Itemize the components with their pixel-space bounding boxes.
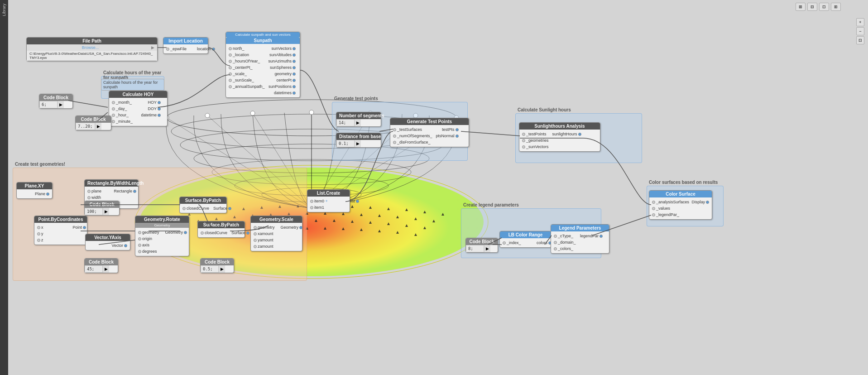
toolbar-btn-1[interactable]: ⊞ <box>796 3 806 11</box>
legendpar-out-port: legendPar <box>580 233 604 239</box>
code-block-1-node: Code Block 6; ▶ <box>39 94 73 109</box>
dis-surf-port: _disFromSurface_ <box>392 139 432 145</box>
svg-marker-23 <box>441 213 444 216</box>
sunpos-port: sunPositions <box>269 84 297 89</box>
ptsnormal-port: ptsNormal <box>436 133 460 139</box>
centerpt-port: _centerPt_ <box>228 65 265 70</box>
doy-out-port: DOY <box>148 106 162 111</box>
pbc-header: Point.ByCoordinates <box>34 216 87 223</box>
location-port: location <box>197 46 216 52</box>
code-block-100-value[interactable]: 100; <box>85 208 103 215</box>
annual-port: _annualSunpath_ <box>228 84 265 89</box>
svg-marker-57 <box>324 227 326 230</box>
zoom-in-btn[interactable]: + <box>856 18 864 26</box>
rect-plane-port: plane <box>86 188 110 194</box>
group-sunlight-label: Calculate Sunlight hours <box>518 107 571 112</box>
sunvec-port: sunVectors <box>272 46 297 51</box>
dist-base-arrow[interactable]: ▶ <box>355 140 361 147</box>
geometry-rotate-node: Geometry.Rotate Geometry geometry origin… <box>135 216 189 256</box>
hoy-label-text: Calculate hours of the year for sunpath <box>103 80 158 89</box>
browse-link[interactable]: Browse... <box>82 45 99 50</box>
scale-x-port: xamount <box>253 231 276 236</box>
num-seg-value[interactable]: 14; <box>336 119 355 126</box>
display-port: Display <box>691 199 710 205</box>
sbp2-header: Surface.ByPatch <box>198 221 245 228</box>
svg-marker-58 <box>342 227 345 230</box>
sunalt-port: sunAltitudes <box>269 52 297 58</box>
color-surface-header: Color Surface <box>649 191 712 197</box>
rot-out-port: Geometry <box>165 230 188 235</box>
code-block-45-value[interactable]: 45; <box>85 265 103 273</box>
library-tab[interactable]: Library <box>1 2 7 18</box>
svg-marker-48 <box>387 222 390 225</box>
code-block-2-value[interactable]: 7..20; <box>76 123 95 130</box>
lb-color-header: LB Color Range <box>500 231 551 238</box>
geo-scale-header: Geometry.Scale <box>251 216 302 223</box>
code-block-2-arrow[interactable]: ▶ <box>95 123 101 130</box>
canvas: Create test geometries! Generate test po… <box>8 0 868 375</box>
rot-origin-port: origin <box>137 236 161 241</box>
lb-color-range-node: LB Color Range _index_ colors <box>499 231 551 248</box>
svg-marker-19 <box>369 206 372 209</box>
top-toolbar: ⊞ ⊟ ⊡ ⊞ <box>796 3 841 11</box>
svg-marker-49 <box>405 224 408 227</box>
list-create-node: List.Create item0 + item1 list <box>307 189 350 212</box>
code-block-100-arrow[interactable]: ▶ <box>103 208 109 215</box>
epw-file-port: _epwFile <box>165 46 189 52</box>
code-block-1-arrow[interactable]: ▶ <box>58 101 64 108</box>
pbc-out-port: Point <box>72 225 87 230</box>
fit-btn[interactable]: ⊡ <box>856 36 864 44</box>
code-block-2-node: Code Block 7..20; ▶ <box>75 115 111 130</box>
svg-marker-35 <box>396 216 399 218</box>
svg-marker-33 <box>360 213 363 216</box>
code-block-2-header: Code Block <box>76 116 111 123</box>
right-toolbar: + − ⊡ <box>856 18 864 44</box>
point-by-coords-node: Point.ByCoordinates x y z Point <box>34 216 87 245</box>
gen-tp-header: Generate Test Points <box>390 118 469 125</box>
toolbar-btn-3[interactable]: ⊡ <box>819 3 829 11</box>
toolbar-btn-2[interactable]: ⊟ <box>807 3 817 11</box>
sbp2-surface-port: Surface <box>231 230 250 236</box>
code-block-1-value[interactable]: 6; <box>39 101 58 108</box>
code-block-45-arrow[interactable]: ▶ <box>103 265 109 273</box>
scale-port: _scale_ <box>228 71 265 77</box>
code-block-half-header: Code Block <box>201 259 234 265</box>
code-block-8-header: Code Block <box>466 238 498 245</box>
ctype-port: _cType_ <box>553 233 576 239</box>
geo-port: _geometries <box>521 138 549 143</box>
dist-base-header: Distance from base <box>336 133 381 140</box>
group-generate-label: Generate test points <box>334 96 378 101</box>
svg-point-73 <box>309 110 314 115</box>
code-block-100-node: Code Block 100; ▶ <box>84 201 120 216</box>
surface-by-patch-2-node: Surface.ByPatch closedCurve Surface <box>197 221 245 238</box>
cs-values-port: _values <box>651 206 683 211</box>
zoom-out-btn[interactable]: − <box>856 27 864 35</box>
svg-marker-60 <box>378 230 381 232</box>
sunpath-header: Sunpath <box>226 37 300 44</box>
index-port: _index_ <box>502 240 525 245</box>
item0-add[interactable]: + <box>326 199 328 203</box>
pbc-z-port: z <box>36 237 60 243</box>
toolbar-btn-4[interactable]: ⊞ <box>831 3 841 11</box>
num-seg-arrow[interactable]: ▶ <box>355 119 361 126</box>
code-block-8-arrow[interactable]: ▶ <box>484 245 490 252</box>
surface-by-patch-1-node: Surface.ByPatch closedCurve Surface <box>179 197 227 213</box>
plane-xy-node: Plane.XY Plane <box>16 182 53 199</box>
code-block-half-arrow[interactable]: ▶ <box>219 265 225 273</box>
testpts-port: testPts <box>442 127 460 132</box>
code-block-45-node: Code Block 45; ▶ <box>84 258 118 273</box>
pbc-x-port: x <box>36 225 60 230</box>
hoy-label-box: Calculate hours of the year for sunpath <box>101 79 164 91</box>
code-block-half-value[interactable]: 0.5; <box>201 265 219 273</box>
code-block-8-node: Code Block 8; ▶ <box>465 238 498 253</box>
svg-marker-62 <box>414 233 417 236</box>
code-block-8-value[interactable]: 8; <box>466 245 484 252</box>
code-block-45-header: Code Block <box>85 259 118 265</box>
sgeo-port: geometry <box>275 71 297 77</box>
geo-rot-header: Geometry.Rotate <box>135 216 189 223</box>
dist-base-value[interactable]: 0.1; <box>336 140 355 147</box>
cs-legend-port: _legendPar_ <box>651 212 683 217</box>
group-color-label: Color surfaces based on results <box>649 180 718 185</box>
generate-test-points-node: Generate Test Points _testSurfaces _numO… <box>390 118 469 147</box>
svg-marker-47 <box>369 221 372 224</box>
